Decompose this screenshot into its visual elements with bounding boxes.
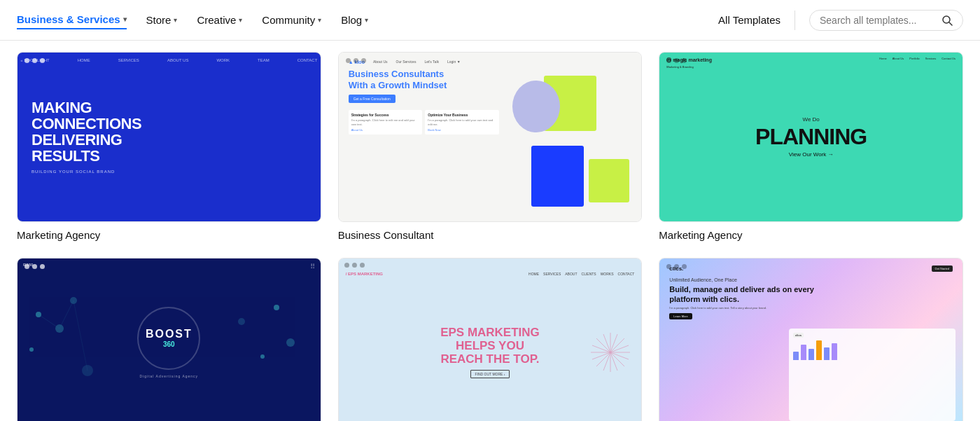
card1-headline: MAKING CONNECTIONS DELIVERING RESULTS — [31, 99, 307, 164]
card5-content: EPS MARKETING HELPS YOU REACH THE TOP. F… — [339, 279, 642, 421]
card2-boxes: Strategies for Success I'm a paragraph. … — [349, 110, 499, 134]
thumb-inner-3: ⓜ magic marketingMarketing & Branding Ho… — [659, 53, 962, 221]
template-card-business-consultant[interactable]: ▲ kloo About Us Our Services Let's Talk … — [338, 52, 643, 241]
card3-we-do: We Do — [803, 116, 820, 123]
card6-chart-label: clics — [793, 333, 804, 338]
dot-3 — [682, 58, 687, 63]
card5-topbar: / EPS MARKETING HOME SERVICES ABOUT CLIE… — [339, 268, 642, 279]
svg-point-4 — [29, 347, 34, 352]
card4-number: 360 — [163, 340, 175, 348]
search-icon[interactable] — [941, 15, 953, 26]
card2-link-2: Book Now — [428, 128, 496, 132]
card1-nav-item: SERVICES — [118, 58, 139, 62]
bar-2 — [801, 345, 806, 360]
card3-arrow: View Our Work → — [789, 151, 834, 158]
card2-nav: Let's Talk — [424, 60, 439, 64]
nav-item-blog[interactable]: Blog ▾ — [341, 11, 368, 29]
card5-nav-item: SERVICES — [543, 272, 561, 276]
dot-2 — [354, 58, 358, 63]
card2-background: ▲ kloo About Us Our Services Let's Talk … — [339, 53, 642, 221]
card3-nav-item: About Us — [892, 57, 904, 69]
navbar: Business & Services ▾ Store ▾ Creative ▾… — [0, 0, 980, 41]
dot-2 — [674, 264, 679, 269]
card4-boost-text: BOOST — [146, 328, 192, 340]
bar-6 — [832, 343, 837, 360]
bar-4 — [816, 340, 822, 360]
card3-nav-item: Contact Us — [941, 57, 955, 69]
card3-nav-item: Home — [879, 57, 887, 69]
card6-topbar: clics. Get Started — [669, 265, 953, 272]
dot-2 — [32, 264, 37, 269]
card6-dashboard: clics — [789, 329, 955, 421]
nav-divider — [794, 11, 795, 30]
card1-nav-item: CONTACT — [298, 58, 318, 62]
card3-nav: Home About Us Portfolio Services Contact… — [879, 57, 955, 69]
dot-3 — [40, 264, 45, 269]
nav-label-store: Store — [146, 14, 172, 26]
template-card-clics[interactable]: clics. Get Started Unlimited Audience, O… — [659, 258, 963, 421]
card3-headline: PLANNING — [755, 124, 867, 150]
card4-background: R360 ⠿ — [18, 258, 321, 421]
card2-box-title-1: Strategies for Success — [351, 113, 420, 117]
main-content: « SOCIALIGHT HOME SERVICES ABOUT US WORK… — [0, 41, 980, 421]
card2-cta-btn: Get a Free Consultation — [349, 95, 396, 103]
card4-circle: BOOST 360 — [137, 307, 200, 370]
template-card-marketing-agency-mint[interactable]: ⓜ magic marketingMarketing & Branding Ho… — [659, 52, 963, 241]
dot-1 — [666, 58, 671, 63]
nav-item-community[interactable]: Community ▾ — [262, 11, 321, 29]
card1-nav-item: TEAM — [258, 58, 270, 62]
card2-box-1: Strategies for Success I'm a paragraph. … — [349, 110, 423, 134]
nav-item-creative[interactable]: Creative ▾ — [197, 11, 242, 29]
card1-nav-item: ABOUT US — [167, 58, 189, 62]
card2-shapes — [506, 69, 631, 214]
card2-content: Business ConsultantsWith a Growth Mindse… — [349, 69, 632, 214]
card6-background: clics. Get Started Unlimited Audience, O… — [659, 258, 962, 421]
window-dots-2 — [346, 58, 366, 63]
svg-line-12 — [59, 301, 74, 329]
nav-label-blog: Blog — [341, 14, 362, 26]
nav-label-business: Business & Services — [17, 13, 120, 25]
search-bar[interactable] — [809, 10, 963, 31]
template-card-eps-marketing[interactable]: / EPS MARKETING HOME SERVICES ABOUT CLIE… — [338, 258, 643, 421]
thumb-inner-5: / EPS MARKETING HOME SERVICES ABOUT CLIE… — [339, 258, 642, 421]
card6-sub: I'm a paragraph. Click here to add your … — [669, 306, 825, 310]
search-input[interactable] — [820, 15, 936, 26]
card3-background: ⓜ magic marketingMarketing & Branding Ho… — [659, 53, 962, 221]
bar-5 — [824, 347, 830, 360]
all-templates-link[interactable]: All Templates — [718, 14, 780, 26]
card5-sunburst — [589, 331, 631, 373]
card6-bars — [793, 339, 951, 360]
nav-item-business[interactable]: Business & Services ▾ — [17, 11, 127, 29]
svg-point-8 — [260, 354, 265, 359]
card1-nav-item: HOME — [78, 58, 90, 62]
shape-blue — [531, 146, 584, 207]
window-dots-1 — [24, 58, 45, 63]
dot-1 — [24, 58, 29, 63]
nav-item-store[interactable]: Store ▾ — [146, 11, 178, 29]
card5-nav-item: HOME — [528, 272, 539, 276]
card5-cta-btn: FIND OUT MORE › — [470, 370, 510, 378]
card1-nav-item: WORK — [216, 58, 230, 62]
card2-box-text-1: I'm a paragraph. Click here to edit me a… — [351, 118, 420, 126]
card6-headline: Build, manage and deliver ads on every p… — [669, 284, 839, 305]
card6-cta-btn: Get Started — [932, 265, 953, 272]
chevron-down-icon: ▾ — [123, 15, 127, 23]
dot-2 — [352, 263, 357, 268]
svg-point-7 — [286, 338, 295, 347]
chevron-down-icon: ▾ — [239, 16, 242, 24]
template-card-boost[interactable]: R360 ⠿ — [17, 258, 321, 421]
template-thumb-2: ▲ kloo About Us Our Services Let's Talk … — [338, 52, 643, 222]
dot-1 — [666, 264, 671, 269]
nav-left: Business & Services ▾ Store ▾ Creative ▾… — [17, 11, 718, 29]
card6-eyebrow: Unlimited Audience, One Place — [669, 277, 953, 282]
svg-point-10 — [238, 318, 245, 325]
card1-background: « SOCIALIGHT HOME SERVICES ABOUT US WORK… — [18, 53, 321, 221]
card6-learn-more-btn: Learn More — [669, 313, 692, 319]
template-card-marketing-agency-blue[interactable]: « SOCIALIGHT HOME SERVICES ABOUT US WORK… — [17, 52, 321, 241]
template-thumb-4: R360 ⠿ — [17, 258, 321, 421]
dot-2 — [32, 58, 37, 63]
card2-box-title-2: Optimize Your Business — [428, 113, 496, 117]
card3-nav-item: Services — [925, 57, 936, 69]
card1-navbar: « SOCIALIGHT HOME SERVICES ABOUT US WORK… — [18, 58, 321, 62]
card5-headline: EPS MARKETING HELPS YOU REACH THE TOP. — [440, 326, 540, 366]
